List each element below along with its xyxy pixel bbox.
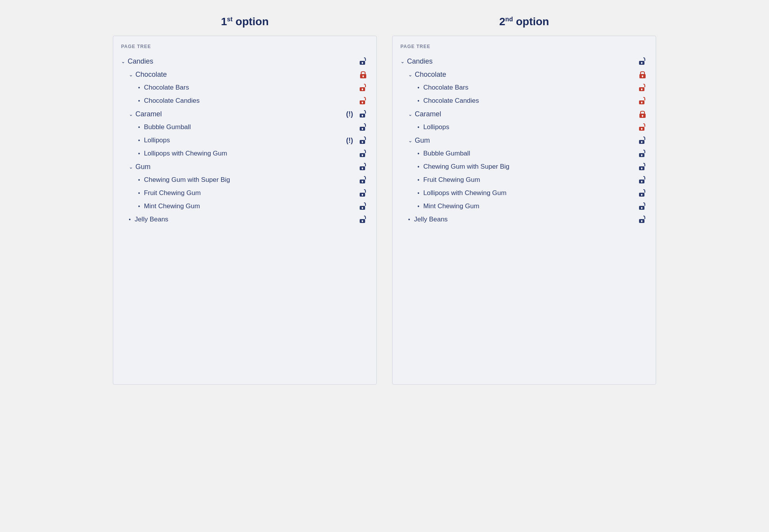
item-label: Lollipops (423, 123, 636, 131)
tree-item[interactable]: •Fruit Chewing Gum (121, 187, 367, 200)
page-tree-label-1: PAGE TREE (121, 44, 367, 49)
tree-item[interactable]: •Jelly Beans (400, 213, 646, 226)
item-label: Chocolate Candies (423, 97, 636, 105)
svg-rect-8 (362, 89, 363, 90)
lock-icon (359, 149, 367, 158)
item-label: Lollipops with Chewing Gum (144, 150, 356, 157)
item-label: Chewing Gum with Super Big (423, 163, 636, 171)
tree-item[interactable]: •Chocolate Bars (121, 81, 367, 94)
svg-rect-44 (642, 76, 643, 78)
item-label: Chocolate Bars (144, 84, 356, 92)
svg-rect-38 (362, 221, 363, 222)
lock-icon (639, 110, 646, 118)
tree-item[interactable]: •Chewing Gum with Super Big (400, 160, 646, 173)
svg-rect-14 (362, 116, 363, 117)
bullet-icon: • (138, 177, 140, 183)
page-tree-box-2: PAGE TREE ⌄Candies ⌄Chocolate •Chocolate… (392, 36, 656, 385)
lock-icon (639, 202, 646, 211)
title-sup-2: nd (505, 16, 513, 22)
svg-rect-47 (641, 89, 642, 90)
item-label: Gum (415, 136, 636, 145)
tree-item[interactable]: •Chocolate Candies (400, 94, 646, 107)
tree-item[interactable]: •Lollipops with Chewing Gum (400, 187, 646, 200)
lock-icon (639, 83, 646, 92)
item-label: Jelly Beans (135, 216, 356, 223)
chevron-icon: ⌄ (408, 138, 412, 143)
tree-item[interactable]: •Lollipops(!) (121, 134, 367, 147)
tree-item[interactable]: ⌄Candies (121, 55, 367, 68)
svg-rect-23 (362, 155, 363, 156)
lock-icon (359, 70, 367, 79)
tree-item[interactable]: •Lollipops with Chewing Gum (121, 147, 367, 160)
bullet-icon: • (417, 203, 419, 209)
chevron-icon: ⌄ (129, 111, 133, 117)
lock-icon (639, 136, 646, 145)
tree-item[interactable]: •Jelly Beans (121, 213, 367, 226)
svg-rect-56 (641, 129, 642, 130)
svg-rect-68 (641, 181, 642, 183)
chevron-icon: ⌄ (400, 59, 405, 64)
item-label: Fruit Chewing Gum (423, 176, 636, 184)
svg-rect-53 (642, 116, 643, 117)
bullet-icon: • (138, 203, 140, 209)
bullet-icon: • (138, 85, 140, 91)
svg-rect-11 (362, 102, 363, 104)
tree-item[interactable]: •Bubble Gumball (400, 147, 646, 160)
item-label: Caramel (415, 110, 636, 118)
bullet-icon: • (138, 150, 140, 157)
item-label: Candies (128, 57, 356, 66)
lock-icon (359, 162, 367, 171)
lock-icon (639, 57, 646, 66)
lock-icon (359, 110, 367, 118)
item-label: Lollipops (144, 136, 343, 144)
lock-icon (359, 57, 367, 66)
item-label: Mint Chewing Gum (423, 202, 636, 210)
tree-item[interactable]: ⌄Caramel (400, 107, 646, 121)
tree-item[interactable]: ⌄Candies (400, 55, 646, 68)
svg-rect-62 (641, 155, 642, 156)
title-suffix-2: option (513, 16, 549, 28)
item-label: Bubble Gumball (144, 123, 356, 131)
chevron-icon: ⌄ (408, 111, 412, 117)
lock-icon (639, 215, 646, 224)
tree-item[interactable]: •Chewing Gum with Super Big (121, 173, 367, 187)
svg-rect-41 (641, 63, 642, 64)
tree-item[interactable]: •Lollipops (400, 121, 646, 134)
tree-item[interactable]: •Chocolate Candies (121, 94, 367, 107)
tree-item[interactable]: ⌄Gum (121, 160, 367, 173)
bullet-icon: • (129, 216, 131, 223)
tree-item[interactable]: ⌄Chocolate (400, 68, 646, 81)
tree-1: ⌄Candies ⌄Chocolate •Chocolate Bars •Cho… (121, 55, 367, 226)
tree-item[interactable]: •Mint Chewing Gum (121, 200, 367, 213)
item-label: Jelly Beans (414, 216, 636, 223)
item-label: Chocolate (415, 71, 636, 79)
tree-item[interactable]: •Chocolate Bars (400, 81, 646, 94)
tree-item[interactable]: •Fruit Chewing Gum (400, 173, 646, 187)
svg-rect-29 (362, 181, 363, 183)
svg-rect-35 (362, 208, 363, 209)
tree-item[interactable]: ⌄Chocolate (121, 68, 367, 81)
tree-item[interactable]: •Mint Chewing Gum (400, 200, 646, 213)
bullet-icon: • (417, 177, 419, 183)
column-title-1: 1st option (221, 16, 268, 28)
lock-icon (359, 202, 367, 211)
lock-icon (639, 70, 646, 79)
svg-rect-26 (362, 168, 363, 169)
tree-item[interactable]: •Bubble Gumball (121, 121, 367, 134)
bullet-icon: • (138, 190, 140, 196)
column-title-2: 2nd option (499, 16, 549, 28)
tree-item[interactable]: ⌄Caramel(!) (121, 107, 367, 121)
bullet-icon: • (417, 164, 419, 170)
svg-rect-32 (362, 195, 363, 196)
svg-rect-5 (363, 76, 364, 78)
item-label: Lollipops with Chewing Gum (423, 189, 636, 197)
page-tree-label-2: PAGE TREE (400, 44, 646, 49)
svg-rect-50 (641, 102, 642, 104)
tree-item[interactable]: ⌄Gum (400, 134, 646, 147)
lock-icon (639, 123, 646, 131)
bullet-icon: • (417, 190, 419, 196)
svg-rect-74 (641, 208, 642, 209)
title-number-1: 1 (221, 16, 227, 28)
bullet-icon: • (138, 124, 140, 130)
item-label: Chocolate (135, 71, 356, 79)
